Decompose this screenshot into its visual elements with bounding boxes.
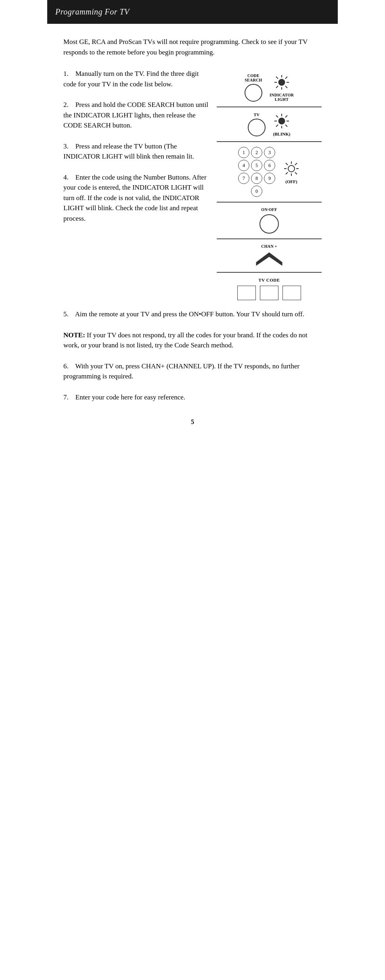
page-title: Programming For TV xyxy=(55,7,130,16)
tv-code-label: TV CODE xyxy=(258,278,280,282)
left-column: 1. Manually turn on the TV. Find the thr… xyxy=(63,69,209,305)
svg-line-16 xyxy=(276,125,278,127)
step-5-number: 5. xyxy=(63,310,69,318)
two-col-layout: 1. Manually turn on the TV. Find the thr… xyxy=(63,69,322,305)
number-grid: 1 2 3 4 5 6 7 8 9 0 xyxy=(238,147,275,197)
indicator-light-icon xyxy=(273,73,291,91)
off-label: (OFF) xyxy=(285,179,297,184)
step-7: 7. Enter your code here for easy referen… xyxy=(63,392,322,403)
num-6: 6 xyxy=(264,160,275,171)
step-4: 4. Enter the code using the Number Butto… xyxy=(63,172,209,224)
num-0: 0 xyxy=(251,186,262,197)
code-box-2 xyxy=(260,286,278,300)
step-7-text: Enter your code here for easy reference. xyxy=(75,393,185,401)
step-3-text: Press and release the TV button (The IND… xyxy=(63,142,194,161)
step-6: 6. With your TV on, press CHAN+ (CHANNEL… xyxy=(63,361,322,382)
page-number: 5 xyxy=(63,418,322,426)
code-box-3 xyxy=(282,286,301,300)
step-6-text: With your TV on, press CHAN+ (CHANNEL UP… xyxy=(63,362,299,380)
step-1-text: Manually turn on the TV. Find the three … xyxy=(63,70,199,88)
tv-label: TV xyxy=(254,113,260,117)
num-2: 2 xyxy=(251,147,262,158)
note-text: If your TV does not respond, try all the… xyxy=(63,331,308,349)
code-boxes xyxy=(237,286,301,300)
code-search-label: CODESEARCH xyxy=(245,73,262,82)
step-2: 2. Press and hold the CODE SEARCH button… xyxy=(63,100,209,131)
num-3: 3 xyxy=(264,147,275,158)
num-8: 8 xyxy=(251,173,262,184)
note-block: NOTE: If your TV does not respond, try a… xyxy=(63,330,322,351)
step-2-text: Press and hold the CODE SEARCH button un… xyxy=(63,101,208,129)
num-1: 1 xyxy=(238,147,249,158)
off-icon xyxy=(282,160,300,178)
step-1: 1. Manually turn on the TV. Find the thr… xyxy=(63,69,209,89)
step-3-number: 3. xyxy=(63,142,69,150)
svg-line-23 xyxy=(295,172,297,174)
step-6-number: 6. xyxy=(63,362,69,370)
svg-point-17 xyxy=(278,118,285,124)
steps-below: 5. Aim the remote at your TV and press t… xyxy=(63,309,322,402)
svg-marker-27 xyxy=(256,253,282,265)
svg-line-24 xyxy=(295,163,297,165)
blink-label: (BLINK) xyxy=(273,132,291,136)
diag-tv: TV (BLINK) xyxy=(217,107,322,142)
svg-line-14 xyxy=(285,125,287,127)
code-box-1 xyxy=(237,286,256,300)
svg-point-26 xyxy=(288,165,295,172)
num-9: 9 xyxy=(264,173,275,184)
note-label: NOTE: xyxy=(63,331,85,339)
intro-text: Most GE, RCA and ProScan TVs will not re… xyxy=(63,37,322,57)
tv-circle xyxy=(248,119,266,136)
diag-numbers: 1 2 3 4 5 6 7 8 9 0 xyxy=(217,142,322,202)
svg-line-6 xyxy=(285,77,287,79)
svg-line-7 xyxy=(276,86,278,88)
diag-on-off: ON·OFF xyxy=(217,203,322,239)
svg-line-5 xyxy=(285,86,287,88)
step-5: 5. Aim the remote at your TV and press t… xyxy=(63,309,322,320)
tv-blink-icon xyxy=(273,112,291,130)
step-2-number: 2. xyxy=(63,101,69,109)
step-4-number: 4. xyxy=(63,173,69,181)
num-5: 5 xyxy=(251,160,262,171)
num-7: 7 xyxy=(238,173,249,184)
svg-line-13 xyxy=(276,115,278,117)
step-7-number: 7. xyxy=(63,393,69,401)
num-4: 4 xyxy=(238,160,249,171)
svg-point-8 xyxy=(278,79,285,86)
chan-up-icon xyxy=(255,251,284,267)
diag-code-search: CODESEARCH xyxy=(217,69,322,107)
header-bar: Programming For TV xyxy=(47,0,338,24)
step-3: 3. Press and release the TV button (The … xyxy=(63,141,209,162)
svg-line-15 xyxy=(285,115,287,117)
chan-label: CHAN + xyxy=(261,244,277,249)
step-1-number: 1. xyxy=(63,70,69,77)
step-5-text: Aim the remote at your TV and press the … xyxy=(75,310,304,318)
on-off-label: ON·OFF xyxy=(261,207,277,212)
svg-line-22 xyxy=(286,163,288,165)
on-off-circle xyxy=(259,214,279,234)
diag-chan: CHAN + xyxy=(217,239,322,272)
page: Programming For TV Most GE, RCA and ProS… xyxy=(47,0,338,980)
diag-tv-code: TV CODE xyxy=(217,273,322,305)
svg-line-25 xyxy=(286,172,288,174)
step-4-text: Enter the code using the Number Buttons.… xyxy=(63,173,207,222)
svg-line-4 xyxy=(276,77,278,79)
right-column: CODESEARCH xyxy=(217,69,322,305)
code-search-circle xyxy=(245,84,262,102)
indicator-light-label-1: INDICATORLIGHT xyxy=(270,93,294,102)
